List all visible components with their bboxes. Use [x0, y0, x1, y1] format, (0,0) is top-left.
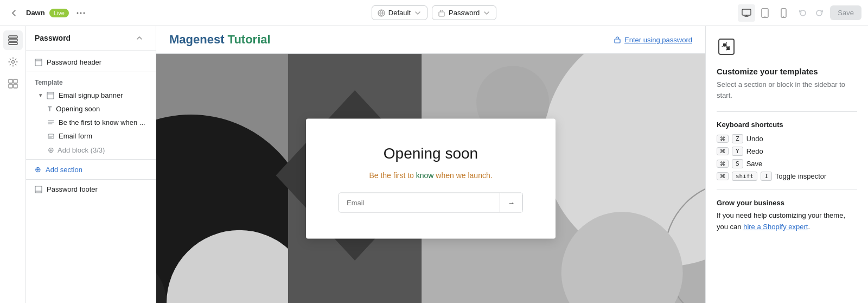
default-label: Default [388, 9, 411, 17]
undo-button[interactable] [795, 5, 810, 21]
topbar-left: Dawn Live [7, 5, 287, 21]
redo-label: Redo [746, 147, 763, 155]
opening-soon-item[interactable]: T Opening soon [26, 102, 156, 116]
opening-soon-label: Opening soon [56, 105, 100, 113]
shortcut-save: ⌘ S Save [717, 159, 857, 168]
enter-password-text: Enter using password [624, 36, 692, 44]
svg-rect-22 [615, 39, 620, 43]
back-button[interactable] [7, 5, 22, 21]
svg-rect-37 [727, 47, 730, 50]
more-button[interactable] [73, 5, 88, 21]
subtitle-be-first: Be the first to [369, 171, 416, 179]
hire-shopify-link[interactable]: hire a Shopify expert [743, 223, 808, 231]
cmd-icon-inspector: ⌘ [717, 172, 729, 180]
svg-point-0 [76, 12, 78, 14]
mobile-icon[interactable] [775, 4, 792, 22]
desktop-icon[interactable] [738, 4, 755, 22]
customize-title: Customize your templates [717, 67, 857, 76]
svg-rect-21 [35, 186, 42, 193]
key-shift: shift [732, 172, 757, 181]
inspector-label: Toggle inspector [775, 172, 827, 180]
password-header-label: Password header [47, 58, 101, 66]
svg-rect-5 [742, 9, 751, 15]
topbar-center: Default Password [293, 5, 574, 20]
canvas-preview: Opening soon Be the first to know when w… [156, 54, 705, 303]
panel-title: Password [35, 34, 71, 42]
svg-point-9 [783, 16, 784, 17]
panel-scroll: Password header Template ▾ Email signup … [26, 50, 156, 303]
apps-icon-btn[interactable] [3, 74, 23, 93]
right-panel: Customize your templates Select a sectio… [705, 26, 868, 303]
svg-point-2 [83, 12, 85, 14]
modal-subtitle: Be the first to know when we launch. [339, 171, 523, 179]
svg-rect-4 [439, 12, 444, 16]
svg-point-7 [765, 16, 766, 17]
shortcuts-title: Keyboard shortcuts [717, 121, 857, 129]
theme-name: Dawn [26, 9, 45, 17]
subtitle-know: know [416, 171, 434, 179]
key-y: Y [732, 147, 743, 156]
site-title-tutorial: Tutorial [228, 33, 271, 46]
email-input[interactable] [339, 193, 500, 212]
settings-icon-btn[interactable] [3, 52, 23, 72]
canvas-header: Magenest Tutorial Enter using password [156, 26, 705, 54]
right-divider-2 [717, 190, 857, 190]
add-section-item[interactable]: ⊕ Add section [26, 162, 156, 177]
icon-sidebar [0, 26, 26, 303]
be-first-item[interactable]: Be the first to know when ... [26, 116, 156, 129]
layout-section-icon [35, 59, 42, 66]
canvas: Magenest Tutorial Enter using password [156, 26, 705, 303]
grow-title: Grow your business [717, 199, 857, 207]
add-section-label: Add section [46, 166, 82, 174]
redo-button[interactable] [812, 5, 827, 21]
sections-icon-btn[interactable] [3, 30, 23, 50]
svg-rect-16 [9, 84, 12, 88]
divider-2 [26, 159, 156, 160]
password-dropdown[interactable]: Password [432, 5, 496, 20]
save-button[interactable]: Save [830, 5, 861, 20]
section-icon [47, 92, 54, 99]
template-group-title: Template [26, 74, 156, 89]
undo-redo-group [795, 5, 827, 21]
email-submit-button[interactable]: → [500, 193, 522, 212]
modal-card: Opening soon Be the first to know when w… [306, 118, 556, 238]
email-signup-banner-item[interactable]: ▾ Email signup banner [26, 89, 156, 102]
site-title-magenest: Magenest [169, 33, 228, 46]
paragraph-icon [48, 119, 54, 126]
customize-icon [717, 37, 857, 58]
undo-label: Undo [746, 135, 763, 143]
add-block-item[interactable]: ⊕ Add block (3/3) [26, 143, 156, 157]
form-icon [48, 133, 54, 140]
key-s: S [732, 159, 743, 168]
footer-section-icon [35, 186, 42, 193]
svg-rect-36 [723, 43, 726, 46]
password-footer-item[interactable]: Password footer [26, 182, 156, 197]
email-signup-banner-label: Email signup banner [59, 91, 123, 99]
customize-desc: Select a section or block in the sidebar… [717, 79, 857, 100]
cmd-icon-undo: ⌘ [717, 135, 729, 143]
password-footer-label: Password footer [47, 185, 98, 193]
modal-title: Opening soon [339, 144, 523, 162]
svg-point-13 [11, 61, 14, 64]
email-form-item[interactable]: Email form [26, 129, 156, 143]
svg-point-1 [80, 12, 81, 14]
collapse-icon: ▾ [39, 92, 42, 99]
text-block-icon: T [48, 105, 52, 113]
password-header-item[interactable]: Password header [26, 55, 156, 70]
save-label: Save [746, 160, 763, 168]
grow-desc: If you need help customizing your theme,… [717, 210, 857, 233]
device-icons [738, 4, 792, 22]
scroll-up-indicator[interactable] [132, 33, 147, 43]
password-label: Password [449, 9, 480, 17]
default-dropdown[interactable]: Default [372, 5, 427, 20]
divider-3 [26, 179, 156, 180]
tablet-icon[interactable] [756, 4, 774, 22]
enter-password-link[interactable]: Enter using password [614, 36, 692, 44]
live-badge: Live [49, 9, 69, 17]
add-section-plus-icon: ⊕ [35, 165, 41, 174]
key-z: Z [732, 134, 743, 143]
site-title: Magenest Tutorial [169, 33, 271, 47]
shortcut-undo: ⌘ Z Undo [717, 134, 857, 143]
svg-rect-18 [35, 59, 42, 66]
subtitle-launch: when we launch. [433, 171, 492, 179]
